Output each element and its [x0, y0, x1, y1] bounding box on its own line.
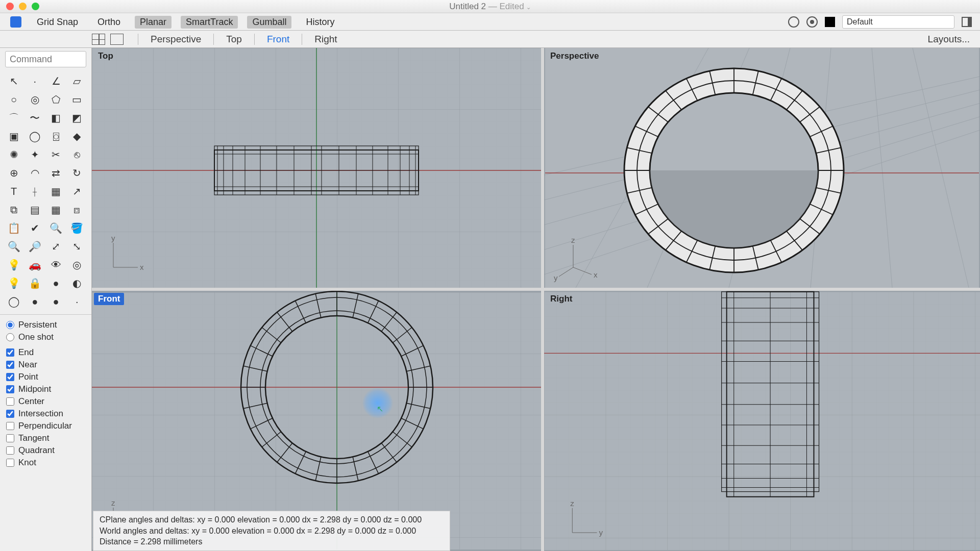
group[interactable]: ⧉: [5, 202, 22, 217]
close-window-button[interactable]: [6, 3, 14, 10]
text[interactable]: T: [5, 184, 22, 199]
osnap-mode-persistent[interactable]: Persistent: [6, 319, 85, 331]
mirror[interactable]: ⇄: [47, 165, 65, 181]
lock[interactable]: 🔒: [26, 276, 43, 291]
zoom-selected[interactable]: ⤡: [68, 239, 86, 254]
tab-front[interactable]: Front: [264, 33, 292, 46]
dimension[interactable]: ⟊: [26, 184, 43, 199]
osnap-center[interactable]: Center: [6, 395, 85, 408]
viewport-title-front[interactable]: Front: [94, 293, 124, 305]
osnap-perpendicular[interactable]: Perpendicular: [6, 420, 85, 432]
ungroup[interactable]: ⧈: [68, 202, 86, 217]
hatch[interactable]: ▦: [47, 184, 65, 199]
arc[interactable]: ⌒: [5, 110, 22, 126]
tube[interactable]: ⌼: [47, 129, 65, 144]
four-view-icon[interactable]: [92, 34, 105, 45]
osnap-quadrant[interactable]: Quadrant: [6, 444, 85, 457]
color-wheel[interactable]: ◐: [68, 276, 86, 291]
check[interactable]: ✔: [26, 220, 43, 236]
clipboard[interactable]: 📋: [5, 220, 22, 236]
layer-color-swatch[interactable]: [825, 17, 835, 27]
polyline[interactable]: ∠: [47, 73, 65, 89]
array[interactable]: ▤: [26, 202, 43, 217]
leader[interactable]: ↗: [68, 184, 86, 199]
surface-sweep[interactable]: ◩: [68, 110, 86, 126]
status-line-1: CPlane angles and deltas: xy = 0.000 ele…: [100, 514, 444, 525]
zoom-window[interactable]: 🔎: [26, 239, 43, 254]
target[interactable]: ◎: [68, 257, 86, 272]
sphere-wire[interactable]: ◯: [5, 294, 22, 309]
viewport-title-perspective[interactable]: Perspective: [546, 50, 603, 62]
ellipse[interactable]: ◎: [26, 92, 43, 107]
split[interactable]: ✂: [47, 147, 65, 162]
osnap-mode-oneshot[interactable]: One shot: [6, 331, 85, 343]
material[interactable]: ●: [47, 276, 65, 291]
select-arrow[interactable]: ↖: [5, 73, 22, 89]
command-input[interactable]: [5, 51, 86, 67]
paint[interactable]: 🪣: [68, 220, 86, 236]
join[interactable]: ⎋: [68, 147, 86, 162]
solid[interactable]: ◆: [68, 129, 86, 144]
rotate[interactable]: ↻: [68, 165, 86, 181]
planar-toggle[interactable]: Planar: [135, 16, 172, 29]
surface-loft[interactable]: ◧: [47, 110, 65, 126]
osnap-midpoint[interactable]: Midpoint: [6, 383, 85, 395]
osnap-intersection[interactable]: Intersection: [6, 408, 85, 420]
sphere-render[interactable]: ●: [47, 294, 65, 309]
viewport-title-right[interactable]: Right: [546, 293, 576, 305]
history-toggle[interactable]: History: [301, 16, 339, 29]
cylinder[interactable]: ◯: [26, 129, 43, 144]
maximize-window-button[interactable]: [32, 3, 39, 10]
minimize-window-button[interactable]: [19, 3, 27, 10]
zoom[interactable]: 🔍: [5, 239, 22, 254]
car[interactable]: 🚗: [26, 257, 43, 272]
osnap-knot[interactable]: Knot: [6, 457, 85, 469]
record-icon[interactable]: [806, 16, 818, 28]
polygon[interactable]: ⬠: [47, 92, 65, 107]
light-bulb[interactable]: 💡: [5, 257, 22, 272]
plane[interactable]: ▭: [68, 92, 86, 107]
gumball-toggle[interactable]: Gumball: [247, 16, 291, 29]
tab-right[interactable]: Right: [311, 33, 340, 46]
grid-array[interactable]: ▦: [47, 202, 65, 217]
circle-tool-icon[interactable]: [788, 16, 799, 28]
circle[interactable]: ○: [5, 92, 22, 107]
tab-perspective[interactable]: Perspective: [148, 33, 204, 46]
layer-dropdown[interactable]: Default: [842, 15, 954, 29]
sphere-shaded[interactable]: ●: [26, 294, 43, 309]
grid-snap-toggle[interactable]: Grid Snap: [32, 16, 83, 29]
viewport-top[interactable]: Top: [92, 48, 541, 288]
box[interactable]: ▣: [5, 129, 22, 144]
svg-text:y: y: [599, 528, 603, 537]
curve[interactable]: 〜: [26, 110, 43, 126]
single-view-icon[interactable]: [110, 34, 124, 45]
layouts-button[interactable]: Layouts...: [928, 34, 970, 45]
point[interactable]: ·: [26, 73, 43, 89]
smarttrack-toggle[interactable]: SmartTrack: [181, 16, 238, 29]
lightbulb2[interactable]: 💡: [5, 276, 22, 291]
right-panel-toggle[interactable]: [962, 17, 972, 27]
inspect[interactable]: 🔍: [47, 220, 65, 236]
viewport-title-top[interactable]: Top: [94, 50, 117, 62]
viewport-perspective[interactable]: Perspective: [544, 48, 980, 288]
tab-top[interactable]: Top: [223, 33, 245, 46]
eye[interactable]: 👁: [47, 257, 65, 272]
top-canvas: x y: [92, 48, 541, 288]
ortho-toggle[interactable]: Ortho: [92, 16, 126, 29]
boolean-union[interactable]: ⊕: [5, 165, 22, 181]
flash[interactable]: ✦: [26, 147, 43, 162]
fillet[interactable]: ◠: [26, 165, 43, 181]
zoom-extents[interactable]: ⤢: [47, 239, 65, 254]
tool[interactable]: ·: [68, 294, 86, 309]
window-title[interactable]: Untitled 2 — Edited⌄: [449, 2, 530, 12]
rectangle[interactable]: ▱: [68, 73, 86, 89]
right-canvas: y z: [544, 291, 980, 551]
left-sidebar: ↖·∠▱○◎⬠▭⌒〜◧◩▣◯⌼◆✺✦✂⎋⊕◠⇄↻T⟊▦↗⧉▤▦⧈📋✔🔍🪣🔍🔎⤢⤡…: [0, 48, 92, 551]
osnap-near[interactable]: Near: [6, 359, 85, 371]
osnap-tangent[interactable]: Tangent: [6, 432, 85, 444]
osnap-point[interactable]: Point: [6, 371, 85, 383]
viewport-right[interactable]: Right: [544, 291, 980, 551]
osnap-end[interactable]: End: [6, 346, 85, 359]
explode[interactable]: ✺: [5, 147, 22, 162]
app-icon[interactable]: [10, 16, 21, 28]
